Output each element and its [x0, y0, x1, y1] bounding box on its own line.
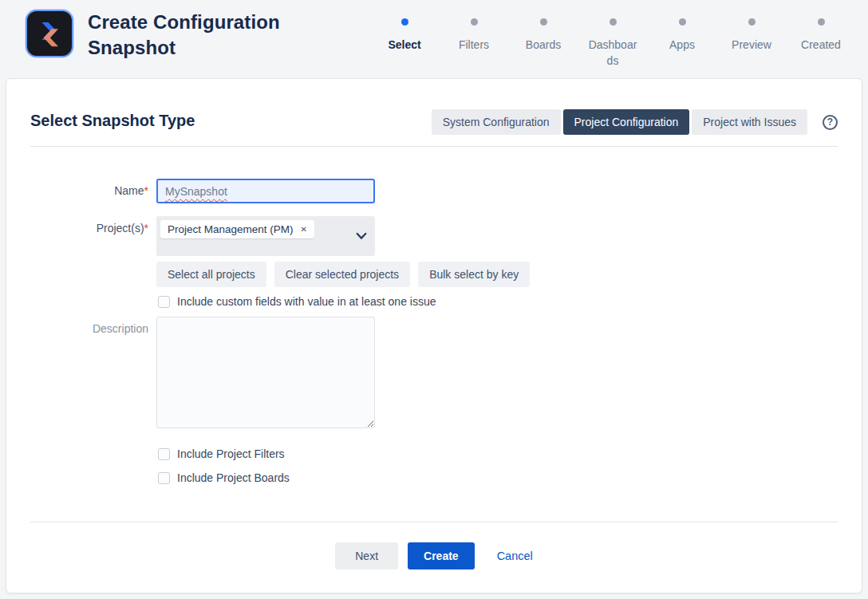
name-label: Name* — [30, 179, 148, 197]
help-icon[interactable]: ? — [823, 115, 838, 130]
step-label: Boards — [526, 37, 561, 53]
section-heading: Select Snapshot Type — [30, 112, 195, 130]
include-project-boards-row: Include Project Boards — [158, 471, 838, 484]
description-field-row: Description — [30, 317, 838, 432]
step-dot-icon — [471, 18, 478, 26]
clear-selected-projects-button[interactable]: Clear selected projects — [274, 262, 410, 287]
include-project-filters-checkbox[interactable] — [158, 448, 170, 460]
selected-project-chip: Project Management (PM) ✕ — [160, 220, 314, 238]
cancel-link[interactable]: Cancel — [497, 550, 533, 562]
wizard-stepper: Select Filters Boards Dashboards Apps Pr… — [380, 10, 846, 69]
footer-actions: Next Create Cancel — [30, 522, 838, 569]
snapshot-form: Name* MySnapshot Project(s)* Project Man… — [30, 147, 838, 484]
step-label: Created — [801, 37, 841, 53]
step-label: Filters — [459, 37, 489, 53]
tab-system-configuration[interactable]: System Configuration — [432, 109, 561, 135]
app-header: Create Configuration Snapshot Select Fil… — [0, 0, 868, 78]
create-button[interactable]: Create — [408, 542, 475, 569]
name-input-value: MySnapshot — [165, 185, 227, 198]
stepper-step-preview[interactable]: Preview — [727, 11, 776, 69]
projects-multiselect[interactable]: Project Management (PM) ✕ — [156, 216, 375, 256]
stepper-step-apps[interactable]: Apps — [657, 11, 707, 69]
stepper-step-dashboards[interactable]: Dashboards — [588, 11, 637, 69]
include-project-boards-label: Include Project Boards — [177, 471, 290, 484]
description-textarea[interactable] — [156, 317, 375, 428]
include-project-boards-checkbox[interactable] — [158, 472, 170, 484]
step-label: Select — [388, 37, 420, 53]
projects-label: Project(s)* — [30, 216, 148, 234]
name-field-row: Name* MySnapshot — [30, 179, 838, 203]
stepper-step-filters[interactable]: Filters — [449, 11, 499, 69]
next-button[interactable]: Next — [335, 542, 398, 569]
snapshot-type-tabs: System Configuration Project Configurati… — [432, 109, 807, 135]
snapshot-panel: Select Snapshot Type System Configuratio… — [6, 78, 862, 593]
chip-remove-icon[interactable]: ✕ — [301, 225, 307, 234]
configuration-snapshot-logo-icon — [32, 16, 67, 51]
step-label: Preview — [732, 37, 771, 53]
step-dot-icon — [679, 18, 686, 26]
include-custom-fields-row: Include custom fields with value in at l… — [158, 295, 838, 308]
panel-header: Select Snapshot Type System Configuratio… — [30, 79, 838, 146]
chip-label: Project Management (PM) — [168, 223, 294, 235]
required-marker: * — [144, 184, 148, 197]
tab-project-configuration[interactable]: Project Configuration — [563, 109, 690, 135]
include-project-filters-row: Include Project Filters — [158, 447, 838, 460]
step-dot-icon — [818, 18, 825, 26]
stepper-step-boards[interactable]: Boards — [519, 11, 568, 69]
step-dot-icon — [540, 18, 547, 26]
step-dot-icon — [401, 18, 408, 26]
name-input[interactable]: MySnapshot — [156, 179, 375, 203]
page-title: Create Configuration Snapshot — [88, 10, 302, 60]
project-action-buttons: Select all projects Clear selected proje… — [156, 262, 838, 287]
stepper-step-select[interactable]: Select — [380, 11, 429, 69]
app-logo — [26, 10, 73, 57]
required-marker: * — [144, 222, 148, 234]
stepper-step-created[interactable]: Created — [796, 11, 846, 69]
select-all-projects-button[interactable]: Select all projects — [156, 262, 266, 287]
projects-field-row: Project(s)* Project Management (PM) ✕ — [30, 216, 838, 256]
include-custom-fields-checkbox[interactable] — [158, 296, 170, 308]
include-project-filters-label: Include Project Filters — [177, 447, 285, 460]
step-dot-icon — [748, 18, 756, 26]
tab-project-with-issues[interactable]: Project with Issues — [692, 109, 807, 135]
bulk-select-by-key-button[interactable]: Bulk select by key — [418, 262, 530, 287]
chevron-down-icon — [356, 232, 367, 240]
step-dot-icon — [610, 18, 617, 26]
include-custom-fields-label: Include custom fields with value in at l… — [177, 295, 436, 308]
step-label: Dashboards — [588, 37, 637, 69]
description-label: Description — [30, 317, 148, 335]
step-label: Apps — [669, 37, 695, 53]
